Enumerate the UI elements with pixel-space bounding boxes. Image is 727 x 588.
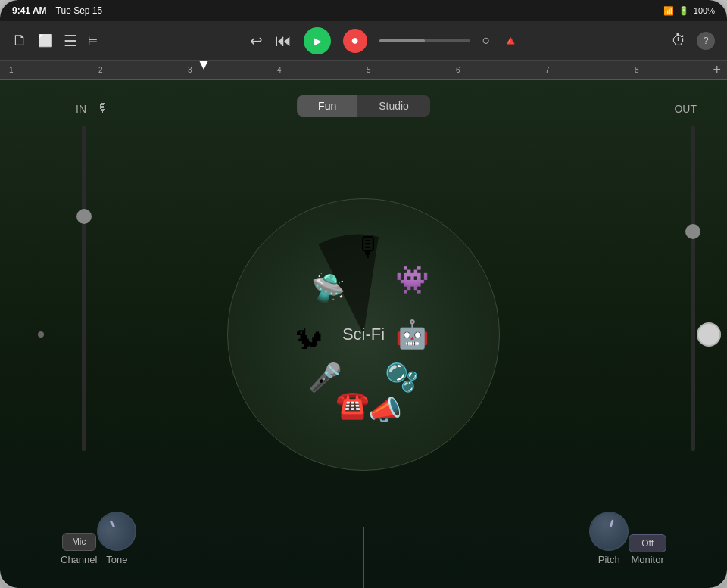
voice-alien[interactable]: 🛸 bbox=[311, 272, 345, 304]
new-track-icon[interactable]: 🗋 bbox=[12, 32, 27, 49]
battery-label: 100% bbox=[694, 6, 715, 15]
voice-megaphone[interactable]: 📣 bbox=[368, 394, 402, 426]
ruler-mark-1: 1 bbox=[6, 66, 95, 74]
ruler-mark-7: 7 bbox=[542, 66, 632, 74]
main-content: IN 🎙 OUT Fun Studio bbox=[0, 80, 727, 588]
tone-knob[interactable] bbox=[90, 504, 144, 558]
voice-squirrel[interactable]: 🐿 bbox=[295, 324, 323, 356]
ruler-marks: 1 2 3 4 5 6 7 8 bbox=[6, 66, 721, 74]
mic-top-icon: 🎙 bbox=[97, 101, 109, 115]
ruler-mark-4: 4 bbox=[274, 66, 364, 74]
tone-group: Tone bbox=[97, 512, 136, 565]
rewind-icon[interactable]: ⏮ bbox=[275, 31, 292, 51]
ruler-mark-2: 2 bbox=[95, 66, 185, 74]
mic-channel-button[interactable]: Mic bbox=[62, 533, 96, 551]
left-dot bbox=[38, 331, 44, 338]
status-time: 9:41 AM bbox=[12, 5, 47, 16]
status-date: Tue Sep 15 bbox=[56, 5, 103, 16]
pitch-knob[interactable] bbox=[584, 506, 635, 557]
volume-slider[interactable] bbox=[379, 39, 470, 42]
center-indicator-line bbox=[364, 527, 364, 588]
off-monitor-group: Off Monitor bbox=[629, 534, 666, 565]
toolbar-right: ⏱ ? bbox=[671, 32, 715, 50]
ruler-mark-6: 6 bbox=[453, 66, 542, 74]
monitor-label: Monitor bbox=[631, 554, 663, 565]
home-button[interactable] bbox=[697, 322, 721, 347]
in-slider[interactable] bbox=[82, 126, 86, 451]
mic-channel-group: Mic Channel bbox=[61, 533, 97, 565]
voice-bubbles[interactable]: 🫧 bbox=[385, 362, 419, 394]
playhead bbox=[199, 61, 208, 70]
undo-icon[interactable]: ↩ bbox=[250, 32, 263, 50]
view-icon[interactable]: ⬜ bbox=[38, 33, 53, 48]
channel-label: Channel bbox=[61, 554, 97, 565]
record-button[interactable] bbox=[343, 29, 367, 53]
out-slider-thumb[interactable] bbox=[685, 224, 700, 239]
voice-wheel[interactable]: Sci-Fi 🛸 🎙 👾 🐿 🤖 🎤 🫧 ☎️ 📣 bbox=[227, 198, 500, 471]
battery-icon: 🔋 bbox=[679, 6, 689, 16]
voice-microphone[interactable]: 🎙 bbox=[355, 232, 382, 263]
clock-icon[interactable]: ⏱ bbox=[671, 32, 686, 49]
wheel-circle[interactable]: Sci-Fi 🛸 🎙 👾 🐿 🤖 🎤 🫧 ☎️ 📣 bbox=[227, 198, 500, 471]
voice-telephone[interactable]: ☎️ bbox=[335, 389, 370, 421]
metronome-icon[interactable]: 🔺 bbox=[502, 33, 519, 49]
voice-monster[interactable]: 👾 bbox=[395, 264, 429, 296]
mixer-icon[interactable]: ☰ bbox=[64, 32, 77, 50]
voice-robot[interactable]: 🤖 bbox=[395, 319, 429, 350]
status-bar: 9:41 AM Tue Sep 15 📶 🔋 100% bbox=[0, 0, 727, 21]
status-icons: 📶 🔋 100% bbox=[663, 6, 715, 16]
pitch-label: Pitch bbox=[598, 554, 620, 565]
toolbar: 🗋 ⬜ ☰ ⊨ ↩ ⏮ ○ 🔺 ⏱ ? bbox=[0, 21, 727, 61]
eq-icon[interactable]: ⊨ bbox=[88, 34, 98, 48]
in-label: IN bbox=[76, 103, 86, 115]
ruler-mark-8: 8 bbox=[632, 66, 721, 74]
mode-toggle: Fun Studio bbox=[297, 95, 430, 117]
out-label: OUT bbox=[674, 103, 697, 115]
toolbar-center: ↩ ⏮ ○ 🔺 bbox=[250, 27, 520, 54]
loop-icon[interactable]: ○ bbox=[482, 33, 491, 48]
ruler-mark-5: 5 bbox=[364, 66, 453, 74]
right-indicator-line bbox=[485, 527, 485, 588]
timeline-ruler: 1 2 3 4 5 6 7 8 + bbox=[0, 61, 727, 80]
toolbar-left: 🗋 ⬜ ☰ ⊨ bbox=[12, 32, 98, 50]
out-slider[interactable] bbox=[691, 126, 695, 451]
help-icon[interactable]: ? bbox=[697, 32, 715, 50]
off-monitor-button[interactable]: Off bbox=[629, 534, 666, 552]
studio-mode-button[interactable]: Studio bbox=[357, 95, 430, 117]
play-button[interactable] bbox=[304, 27, 331, 54]
fun-mode-button[interactable]: Fun bbox=[297, 95, 357, 117]
in-slider-thumb[interactable] bbox=[76, 209, 92, 224]
tone-label: Tone bbox=[106, 554, 127, 565]
add-track-button[interactable]: + bbox=[713, 62, 721, 78]
ipad-frame: 9:41 AM Tue Sep 15 📶 🔋 100% 🗋 ⬜ ☰ ⊨ ↩ ⏮ … bbox=[0, 0, 727, 588]
pitch-group: Pitch bbox=[589, 512, 629, 565]
ruler-mark-3: 3 bbox=[185, 66, 274, 74]
wifi-icon: 📶 bbox=[663, 6, 674, 16]
